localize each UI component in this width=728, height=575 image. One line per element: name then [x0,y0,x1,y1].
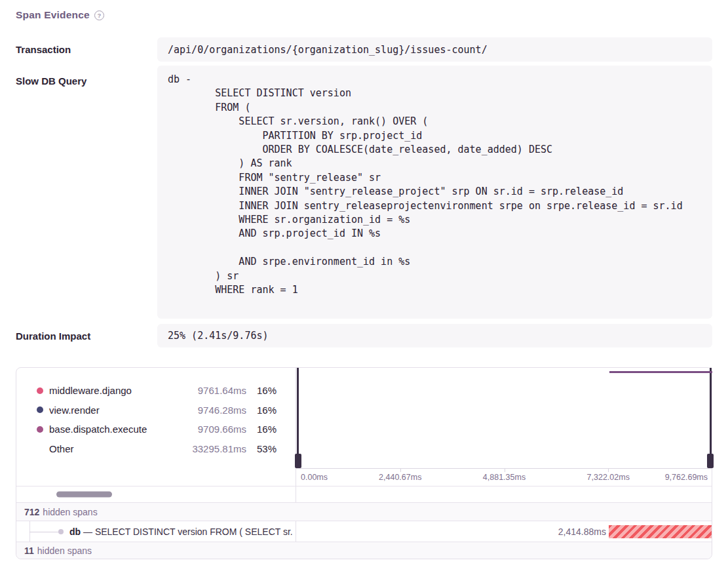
legend-item-other[interactable]: Other 33295.81ms 53% [16,439,296,459]
legend-item-view-render[interactable]: view.render 9746.28ms 16% [16,401,296,420]
hidden-spans-label: hidden spans [43,507,97,517]
hidden-spans-count: 712 [24,507,39,517]
axis-tick [505,469,505,472]
axis-tick-label: 2,440.67ms [379,473,421,482]
legend-dot-icon [37,387,43,394]
legend-op-duration: 33295.81ms [173,443,246,454]
slow-db-query-label: Slow DB Query [16,75,86,87]
legend-op-percent: 53% [246,443,277,454]
op-breakdown-legend: middleware.django 9761.64ms 16% view.ren… [16,368,296,486]
legend-item-middleware-django[interactable]: middleware.django 9761.64ms 16% [16,381,296,401]
axis-tick [400,469,401,472]
minimap-right-drag-handle[interactable] [707,454,714,468]
legend-dot-icon [37,406,43,413]
transaction-label: Transaction [16,44,71,55]
tree-connector-dot-icon [58,529,64,534]
help-icon[interactable]: ? [94,10,104,20]
span-query-text: SELECT DISTINCT version FROM ( SELECT sr… [95,526,293,537]
span-duration-cell: 2,414.88ms [296,521,712,542]
hidden-spans-row-before[interactable]: 712 hidden spans [16,502,712,521]
span-row-db[interactable]: db — SELECT DISTINCT version FROM ( SELE… [16,521,712,542]
legend-op-name: base.dispatch.execute [49,424,173,435]
duration-impact-label: Duration Impact [16,330,90,342]
legend-op-percent: 16% [246,385,277,396]
scrollbar-thumb[interactable] [56,492,112,498]
scrollbar-row [16,486,712,502]
span-op: db [69,526,81,537]
legend-op-name: middleware.django [49,385,173,396]
transaction-minimap: 0.00ms 2,440.67ms 4,881.35ms 7,322.02ms … [296,368,712,486]
hidden-spans-count: 11 [24,545,34,556]
legend-item-base-dispatch-execute[interactable]: base.dispatch.execute 9709.66ms 16% [16,420,296,439]
slow-db-query-sql: db - SELECT DISTINCT version FROM ( SELE… [157,66,712,313]
duration-impact-value: 25% (2.41s/9.76s) [157,324,712,347]
span-duration: 2,414.88ms [558,526,606,537]
legend-dot-icon [37,426,43,433]
span-description-cell: db — SELECT DISTINCT version FROM ( SELE… [16,521,296,542]
minimap-span-marker [609,371,712,373]
axis-tick-label: 0.00ms [301,473,328,482]
axis-tick-label: 7,322.02ms [587,473,630,482]
axis-tick [608,469,609,472]
slow-db-query-value-box: db - SELECT DISTINCT version FROM ( SELE… [157,66,712,319]
legend-dot-placeholder [37,446,43,452]
legend-op-duration: 9709.66ms [173,424,246,435]
minimap-left-drag-handle[interactable] [295,454,301,468]
duration-impact-value-box: 25% (2.41s/9.76s) [157,324,712,347]
tree-connector-line [29,532,58,532]
span-separator: — [83,526,92,537]
horizontal-scrollbar [16,486,296,502]
legend-op-percent: 16% [246,424,277,435]
span-duration-bar [609,525,712,538]
section-title: Span Evidence [16,9,90,21]
legend-op-name: view.render [49,405,173,416]
legend-op-percent: 16% [246,405,277,416]
span-description: db — SELECT DISTINCT version FROM ( SELE… [69,526,293,537]
time-axis: 0.00ms 2,440.67ms 4,881.35ms 7,322.02ms … [296,468,712,486]
hidden-spans-row-after[interactable]: 11 hidden spans [16,542,712,559]
chart-row: middleware.django 9761.64ms 16% view.ren… [16,368,712,486]
section-header: Span Evidence ? [16,9,104,21]
span-tree-widget: middleware.django 9761.64ms 16% view.ren… [16,367,712,559]
transaction-value-box: /api/0/organizations/{organization_slug}… [157,37,712,62]
legend-op-duration: 9761.64ms [173,385,246,396]
axis-tick-label: 4,881.35ms [483,473,526,482]
axis-tick-label: 9,762.69ms [665,473,708,482]
legend-op-name: Other [49,443,173,454]
scrollbar-row-spacer [296,486,712,502]
span-evidence-panel: Span Evidence ? Transaction /api/0/organ… [0,0,728,575]
minimap-view[interactable] [296,368,712,468]
legend-op-duration: 9746.28ms [173,405,246,416]
hidden-spans-label: hidden spans [37,545,92,556]
transaction-value: /api/0/organizations/{organization_slug}… [157,37,712,62]
